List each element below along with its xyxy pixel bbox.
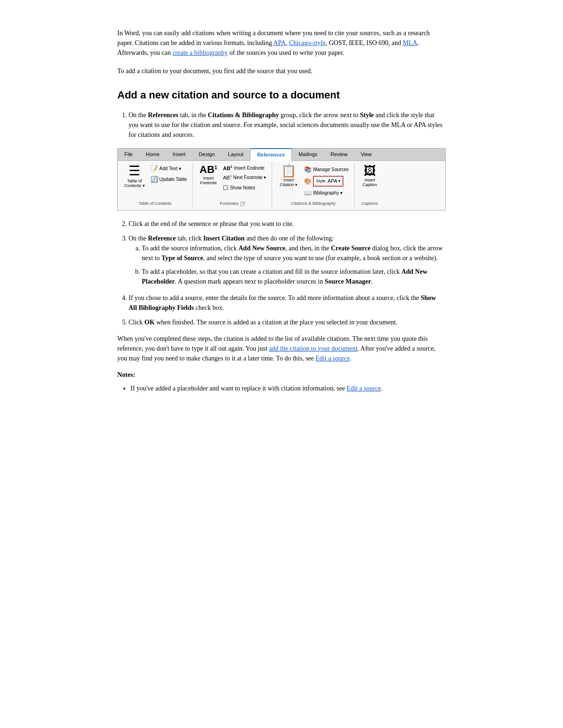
intro-paragraph-2: To add a citation to your document, you … [117,66,446,76]
notes-list: If you've added a placeholder and want t… [130,383,446,393]
insert-endnote-label: Insert Endnote [234,165,265,172]
step-1: On the References tab, in the Citations … [129,110,446,140]
ribbon-group-captions: 🖼 InsertCaption Captions [355,163,385,208]
bibliography-label: Bibliography ▾ [313,189,342,196]
tab-review[interactable]: Review [324,149,354,160]
step-3a: To add the source information, click Add… [142,243,446,263]
tab-layout[interactable]: Layout [221,149,250,160]
manage-sources-icon: 📚 [304,165,312,174]
next-footnote-label: Next Footnote ▾ [233,174,266,181]
tab-home[interactable]: Home [139,149,166,160]
step-2: Click at the end of the sentence or phra… [129,219,446,229]
step-3b: To add a placeholder, so that you can cr… [142,267,446,286]
tab-references[interactable]: References [250,148,292,161]
mla-link[interactable]: MLA [403,39,418,46]
after-steps-paragraph: When you've completed these steps, the c… [117,334,446,363]
insert-footnote-icon: AB1 [199,165,217,175]
update-table-label: Update Table [160,176,187,183]
ribbon-group-citations: 📋 InsertCitation ▾ 📚 Manage Sources 🎨 St… [272,163,355,208]
ribbon-group-toc: ☰ Table ofContents ▾ 📝 Add Text ▾ 🔄 Upda… [118,163,193,208]
tab-view[interactable]: View [354,149,379,160]
insert-endnote-button[interactable]: AB1 Insert Endnote [222,164,267,173]
add-text-button[interactable]: 📝 Add Text ▾ [150,164,188,174]
insert-footnote-label: InsertFootnote [200,176,217,186]
edit-source-link-2[interactable]: Edit a source [347,385,381,392]
next-footnote-button[interactable]: AB1 Next Footnote ▾ [222,173,267,182]
tab-mailings[interactable]: Mailings [292,149,324,160]
add-text-icon: 📝 [151,164,158,173]
captions-group-content: 🖼 InsertCaption [359,164,380,199]
notes-label: Notes: [117,370,446,380]
next-footnote-icon: AB1 [223,174,232,182]
citations-group-label: Citations & Bibliography [277,201,350,207]
insert-caption-label: InsertCaption [362,178,377,188]
show-notes-icon: ☐ [223,183,228,193]
tab-design[interactable]: Design [192,149,221,160]
ribbon-tabs: File Home Insert Design Layout Reference… [118,149,445,161]
ribbon-body: ☰ Table ofContents ▾ 📝 Add Text ▾ 🔄 Upda… [118,161,445,210]
show-notes-label: Show Notes [230,184,255,191]
toc-group-content: ☰ Table ofContents ▾ 📝 Add Text ▾ 🔄 Upda… [122,164,188,199]
update-table-button[interactable]: 🔄 Update Table [150,174,188,185]
bibliography-button[interactable]: 📖 Bibliography ▾ [303,188,350,198]
toc-group-label: Table of Contents [122,201,188,207]
step-5: Click OK when finished. The source is ad… [129,317,446,327]
toc-label: Table ofContents ▾ [124,179,145,189]
show-notes-button[interactable]: ☐ Show Notes [222,183,267,193]
edit-source-link-1[interactable]: Edit a source [316,355,350,362]
citations-right-group: 📚 Manage Sources 🎨 Style: APA ▾ 📖 Bib [303,164,350,199]
add-text-label: Add Text ▾ [160,165,182,172]
step-4: If you chose to add a source, enter the … [129,293,446,313]
apa-link[interactable]: APA [273,39,286,46]
style-icon: 🎨 [304,177,312,186]
step-3-subitems: To add the source information, click Add… [142,243,446,286]
add-citation-link[interactable]: add the citation to your document [269,345,358,352]
toc-small-stack: 📝 Add Text ▾ 🔄 Update Table [150,164,188,185]
tab-insert[interactable]: Insert [166,149,192,160]
footnotes-group-label: Footnotes ↗ [198,201,267,207]
update-table-icon: 🔄 [151,175,158,184]
insert-footnote-button[interactable]: AB1 InsertFootnote [198,164,219,187]
toc-icon: ☰ [129,165,140,178]
citations-group-content: 📋 InsertCitation ▾ 📚 Manage Sources 🎨 St… [277,164,350,199]
footnotes-small-stack: AB1 Insert Endnote AB1 Next Footnote ▾ ☐… [222,164,267,193]
insert-citation-button[interactable]: 📋 InsertCitation ▾ [277,164,300,189]
footnotes-group-content: AB1 InsertFootnote AB1 Insert Endnote AB… [198,164,267,199]
bibliography-link[interactable]: create a bibliography [172,49,228,56]
manage-sources-button[interactable]: 📚 Manage Sources [303,165,350,175]
insert-citation-label: InsertCitation ▾ [280,178,297,188]
table-of-contents-button[interactable]: ☰ Table ofContents ▾ [122,164,147,190]
ribbon-widget: File Home Insert Design Layout Reference… [117,148,446,210]
intro-paragraph-1: In Word, you can easily add citations wh… [117,28,446,58]
captions-group-label: Captions [359,201,380,207]
steps-list-continued: Click at the end of the sentence or phra… [129,219,446,327]
step-3: On the Reference tab, click Insert Citat… [129,233,446,286]
insert-caption-button[interactable]: 🖼 InsertCaption [359,164,380,189]
insert-citation-icon: 📋 [281,165,296,177]
steps-list: On the References tab, in the Citations … [129,110,446,140]
style-dropdown-arrow: ▾ [338,178,341,185]
bibliography-icon: 📖 [304,188,312,198]
chicago-link[interactable]: Chicago-style [289,39,326,46]
style-box-label: Style: [316,178,327,185]
style-box[interactable]: Style: APA ▾ [313,176,343,187]
insert-endnote-icon: AB1 [223,164,232,172]
footnotes-dialog-launcher[interactable]: ↗ [240,202,245,206]
insert-caption-icon: 🖼 [364,165,376,177]
note-1: If you've added a placeholder and want t… [130,383,446,393]
tab-file[interactable]: File [118,149,139,160]
style-selector[interactable]: 🎨 Style: APA ▾ [303,175,350,187]
manage-sources-label: Manage Sources [313,166,349,173]
style-value: APA [327,177,337,185]
ribbon-group-footnotes: AB1 InsertFootnote AB1 Insert Endnote AB… [193,163,272,208]
section-heading: Add a new citation and source to a docum… [117,87,446,103]
